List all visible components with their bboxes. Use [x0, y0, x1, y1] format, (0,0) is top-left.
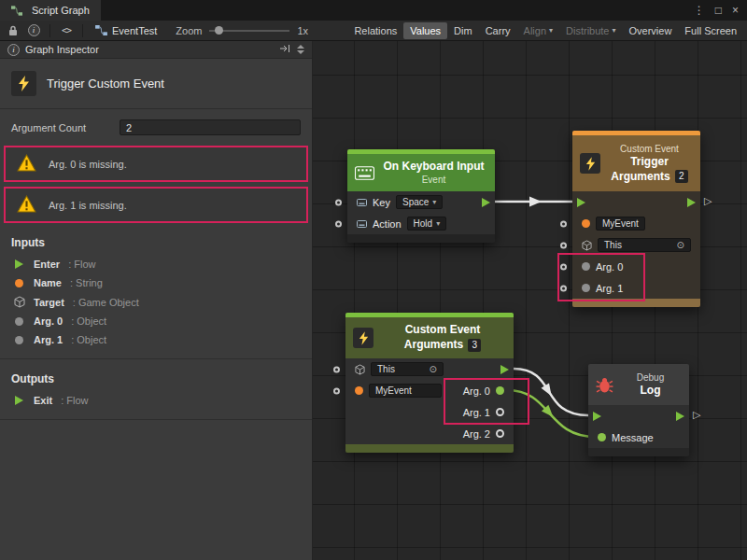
node-footer	[347, 234, 495, 243]
zoom-slider[interactable]	[209, 22, 289, 39]
zoom-value: 1x	[297, 25, 308, 36]
node-custom-event-arguments[interactable]: Custom Event Arguments 3 This ⊙	[345, 313, 514, 453]
flow-out-port[interactable]	[676, 412, 684, 421]
overview-button[interactable]: Overview	[623, 22, 679, 39]
string-port-icon	[13, 279, 25, 287]
inputs-heading: Inputs	[0, 223, 312, 255]
argument-count-badge: 3	[468, 339, 481, 352]
object-picker-icon[interactable]: ⊙	[430, 364, 437, 374]
node-footer	[588, 448, 689, 456]
node-trigger-custom-event[interactable]: Custom Event Trigger Arguments 2	[572, 131, 700, 307]
window-menu-icon[interactable]: ⋮	[694, 4, 705, 17]
node-body: This ⊙ MyEvent Arg. 0	[345, 358, 514, 444]
graph-canvas[interactable]: On Keyboard Input Event Key Space ▾	[313, 41, 747, 560]
section-divider	[0, 419, 312, 420]
inspector-header: i Graph Inspector	[0, 41, 312, 59]
warning-text: Arg. 0 is missing.	[49, 159, 127, 170]
inspector-actions	[279, 44, 304, 55]
node-header: Debug Log	[588, 364, 689, 405]
graph-name-label: EventTest	[112, 25, 157, 36]
action-dropdown[interactable]: Hold ▾	[407, 217, 447, 231]
window-maximize-icon[interactable]: □	[715, 4, 722, 17]
object-picker-icon[interactable]: ⊙	[677, 240, 684, 250]
window-close-icon[interactable]: ×	[732, 4, 739, 17]
flow-continue-indicator: ▷	[693, 410, 700, 420]
message-input-port[interactable]	[598, 433, 606, 441]
arg0-output-port[interactable]	[496, 386, 504, 395]
key-input-port[interactable]	[335, 199, 342, 205]
flow-continue-indicator: ▷	[704, 196, 712, 206]
target-input-port[interactable]	[333, 366, 340, 372]
lock-icon[interactable]	[4, 22, 22, 39]
node-on-keyboard-input[interactable]: On Keyboard Input Event Key Space ▾	[347, 149, 495, 243]
node-body: MyEvent This ⊙ Arg. 0	[572, 191, 700, 299]
warning-text: Arg. 1 is missing.	[49, 200, 127, 211]
zoom-slider-handle[interactable]	[215, 26, 223, 35]
relations-button[interactable]: Relations	[347, 22, 403, 39]
flow-in-port[interactable]	[577, 198, 585, 207]
carry-button[interactable]: Carry	[479, 22, 517, 39]
action-type-icon	[357, 220, 367, 228]
node-footer	[345, 444, 514, 453]
flow-out-port[interactable]	[687, 198, 696, 207]
flow-in-port[interactable]	[593, 412, 601, 421]
target-field[interactable]: This ⊙	[371, 362, 444, 376]
align-button[interactable]: Align▾	[517, 22, 559, 39]
node-body: Key Space ▾ Action Hold ▾	[347, 191, 495, 234]
cube-icon	[355, 364, 365, 375]
full-screen-button[interactable]: Full Screen	[678, 22, 743, 39]
input-row-arg0: Arg. 0 : Object	[0, 312, 312, 330]
spinner-down-icon	[297, 50, 304, 54]
arg2-row: Arg. 2	[345, 423, 514, 444]
string-port-icon[interactable]	[582, 219, 590, 228]
scroll-spinner[interactable]	[297, 45, 304, 54]
node-header: On Keyboard Input Event	[347, 154, 495, 191]
arg1-input-port[interactable]	[560, 285, 567, 291]
node-titles: Custom Event Arguments 3	[379, 323, 506, 352]
flow-out-port[interactable]	[482, 198, 490, 207]
arg0-input-port[interactable]	[560, 263, 567, 270]
graph-name-button[interactable]: EventTest	[90, 25, 162, 36]
node-header: Custom Event Trigger Arguments 2	[572, 135, 700, 191]
keyboard-icon	[355, 166, 374, 180]
argument-count-input[interactable]	[120, 119, 301, 135]
name-input-port[interactable]	[333, 387, 340, 394]
flow-port-icon	[13, 396, 25, 405]
node-footer	[572, 299, 700, 307]
unit-title: Trigger Custom Event	[47, 77, 164, 91]
window-tab-bar: Script Graph ⋮ □ ×	[0, 0, 747, 21]
code-view-icon[interactable]: <>	[57, 22, 76, 39]
arg1-row: Arg. 1	[345, 401, 514, 423]
dock-panel-icon[interactable]	[279, 44, 290, 55]
target-input-port[interactable]	[560, 242, 567, 248]
name-input-port[interactable]	[560, 220, 567, 227]
tab-script-graph[interactable]: Script Graph	[0, 0, 101, 21]
flow-out-port[interactable]	[500, 365, 509, 374]
key-dropdown[interactable]: Space ▾	[396, 195, 443, 209]
event-name-field[interactable]: MyEvent	[369, 384, 442, 398]
string-port-icon[interactable]	[355, 386, 363, 395]
values-button[interactable]: Values	[403, 22, 447, 39]
event-name-field[interactable]: MyEvent	[596, 217, 645, 231]
info-toggle-icon[interactable]: i	[24, 22, 43, 39]
target-row: This ⊙	[572, 234, 700, 256]
name-row: MyEvent	[572, 213, 700, 234]
target-field[interactable]: This ⊙	[598, 238, 691, 252]
key-type-icon	[357, 199, 367, 206]
argument-count-label: Argument Count	[11, 122, 120, 133]
distribute-button[interactable]: Distribute▾	[559, 22, 622, 39]
flow-row	[572, 191, 700, 213]
arg1-output-port[interactable]	[496, 408, 504, 416]
input-row-arg1: Arg. 1 : Object	[0, 330, 312, 349]
dim-button[interactable]: Dim	[447, 22, 479, 39]
input-row-enter: Enter : Flow	[0, 255, 312, 273]
object-port-icon[interactable]	[582, 262, 590, 271]
input-row-target: Target : Game Object	[0, 292, 312, 312]
object-port-icon[interactable]	[582, 284, 590, 292]
cube-icon	[582, 240, 592, 251]
action-input-port[interactable]	[335, 220, 342, 227]
custom-event-icon	[11, 71, 36, 96]
node-debug-log[interactable]: Debug Log Message	[588, 364, 689, 456]
arg2-output-port[interactable]	[496, 429, 504, 438]
bug-icon	[596, 377, 613, 393]
